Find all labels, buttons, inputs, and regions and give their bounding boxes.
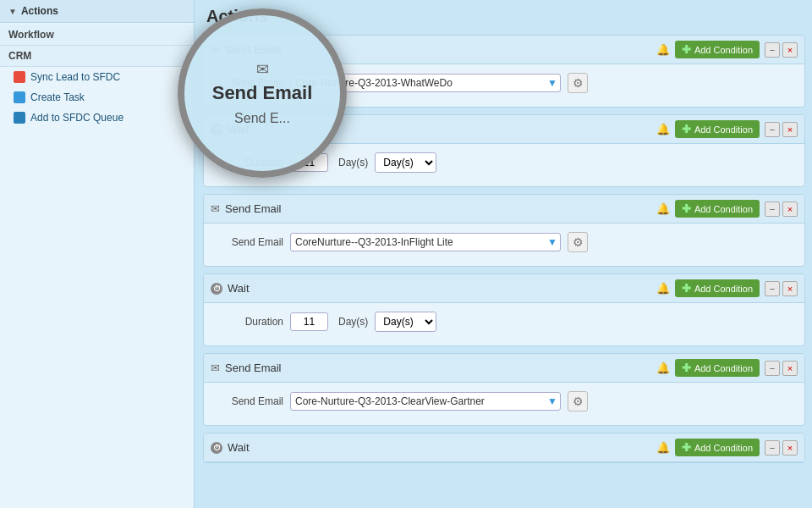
plus-icon-6: ✚ [682, 441, 691, 454]
sidebar-workflow-label: Workflow [8, 29, 54, 41]
wait-icon-6: ⏱ [211, 442, 222, 454]
send-email-label-3: Send Email [216, 236, 283, 248]
sidebar-crm-section: CRM [0, 46, 194, 67]
add-condition-button-4[interactable]: ✚ Add Condition [675, 279, 760, 297]
sidebar-item-add-sfdc-queue[interactable]: Add to SFDC Queue [0, 108, 194, 128]
action-body-3: Send Email CoreNurture--Q3-2013-InFlight… [204, 224, 804, 266]
email-icon-3: ✉ [211, 202, 220, 215]
sidebar-item-label: Create Task [30, 91, 85, 103]
add-condition-button-6[interactable]: ✚ Add Condition [675, 439, 760, 456]
close-button-1[interactable]: × [782, 42, 798, 58]
add-condition-label-1: Add Condition [694, 45, 753, 55]
add-condition-button-1[interactable]: ✚ Add Condition [675, 41, 760, 58]
action-header-5: ✉ Send Email 🔔 ✚ Add Condition − × [204, 354, 804, 383]
action-header-right-5: 🔔 ✚ Add Condition − × [656, 359, 798, 377]
magnifier-title: Send Email [212, 82, 313, 104]
action-header-left-6: ⏱ Wait [211, 441, 250, 454]
block-controls-3: − × [765, 202, 798, 217]
add-condition-label-2: Add Condition [694, 124, 753, 135]
action-header-right-6: 🔔 ✚ Add Condition − × [656, 439, 798, 456]
close-button-2[interactable]: × [782, 122, 798, 137]
action-header-6: ⏱ Wait 🔔 ✚ Add Condition − × [204, 433, 804, 462]
add-condition-button-3[interactable]: ✚ Add Condition [675, 200, 760, 218]
sidebar-workflow-section: Workflow [0, 25, 194, 46]
plus-icon-2: ✚ [682, 123, 691, 135]
block-controls-6: − × [765, 440, 798, 456]
minimize-button-3[interactable]: − [765, 202, 780, 217]
sidebar-item-label: Sync Lead to SFDC [30, 71, 120, 83]
minimize-button-2[interactable]: − [765, 122, 780, 137]
plus-icon-3: ✚ [682, 202, 691, 215]
magnifier-overlay: ✉ Send Email Send E... [178, 8, 347, 178]
action-block-3: ✉ Send Email 🔔 ✚ Add Condition − × Send … [203, 194, 805, 267]
minimize-button-5[interactable]: − [765, 361, 780, 376]
duration-unit-select-2[interactable]: Day(s) Hour(s) [375, 152, 436, 173]
plus-icon-1: ✚ [682, 43, 691, 56]
sidebar-crm-label: CRM [8, 50, 31, 62]
block-controls-1: − × [765, 42, 798, 58]
sidebar-item-create-task[interactable]: Create Task [0, 87, 194, 108]
sidebar-item-sync-lead[interactable]: Sync Lead to SFDC [0, 67, 194, 87]
bell-icon-1: 🔔 [656, 43, 670, 56]
duration-row-4: Duration Day(s) Day(s) Hour(s) [216, 312, 793, 332]
action-header-right-1: 🔔 ✚ Add Condition − × [656, 41, 798, 58]
close-button-6[interactable]: × [782, 440, 798, 456]
block-controls-2: − × [765, 122, 798, 137]
action-header-3: ✉ Send Email 🔔 ✚ Add Condition − × [204, 195, 804, 224]
gear-button-3[interactable]: ⚙ [568, 232, 588, 252]
bell-icon-6: 🔔 [656, 441, 670, 454]
email-select-wrapper-5: Core-Nurture-Q3-2013-ClearView-Gartner ▼ [290, 392, 561, 411]
field-row-3: Send Email CoreNurture--Q3-2013-InFlight… [216, 232, 793, 252]
sync-icon [14, 71, 25, 83]
gear-button-1[interactable]: ⚙ [568, 73, 588, 93]
action-body-4: Duration Day(s) Day(s) Hour(s) [204, 303, 804, 345]
close-button-5[interactable]: × [782, 361, 798, 376]
action-header-right-2: 🔔 ✚ Add Condition − × [656, 120, 798, 138]
bell-icon-2: 🔔 [656, 123, 670, 135]
magnifier-label: Send E... [212, 111, 313, 126]
plus-icon-5: ✚ [682, 362, 691, 374]
block-controls-4: − × [765, 281, 798, 296]
action-header-left-3: ✉ Send Email [211, 202, 281, 215]
duration-input-4[interactable] [290, 312, 328, 331]
email-select-3[interactable]: CoreNurture--Q3-2013-InFlight Lite [290, 233, 561, 251]
plus-icon-4: ✚ [682, 282, 691, 295]
action-block-4: ⏱ Wait 🔔 ✚ Add Condition − × Duration Da… [203, 273, 805, 346]
add-condition-label-4: Add Condition [694, 284, 753, 294]
add-condition-button-5[interactable]: ✚ Add Condition [675, 359, 760, 377]
queue-icon [14, 112, 25, 124]
sidebar-title: ▼ Actions [0, 0, 194, 23]
action-header-left-4: ⏱ Wait [211, 282, 250, 295]
duration-unit-label-4: Day(s) [338, 316, 368, 328]
duration-label-4: Duration [216, 316, 283, 328]
duration-unit-select-4[interactable]: Day(s) Hour(s) [375, 312, 436, 332]
sidebar: ▼ Actions Workflow CRM Sync Lead to SFDC… [0, 0, 195, 508]
add-condition-label-3: Add Condition [694, 204, 753, 214]
gear-button-5[interactable]: ⚙ [568, 391, 588, 411]
sidebar-title-label: Actions [21, 5, 58, 17]
magnifier-email-icon: ✉ [212, 60, 313, 79]
wait-icon-4: ⏱ [211, 283, 222, 295]
add-condition-label-6: Add Condition [694, 443, 753, 453]
action-header-4: ⏱ Wait 🔔 ✚ Add Condition − × [204, 274, 804, 303]
close-button-3[interactable]: × [782, 202, 798, 217]
add-condition-button-2[interactable]: ✚ Add Condition [675, 120, 760, 138]
minimize-button-4[interactable]: − [765, 281, 780, 296]
add-condition-label-5: Add Condition [694, 363, 753, 373]
close-button-4[interactable]: × [782, 281, 798, 296]
minimize-button-1[interactable]: − [765, 42, 780, 58]
magnifier-content: ✉ Send Email Send E... [204, 52, 321, 135]
action-block-5: ✉ Send Email 🔔 ✚ Add Condition − × Send … [203, 353, 805, 426]
action-body-5: Send Email Core-Nurture-Q3-2013-ClearVie… [204, 383, 804, 425]
email-select-5[interactable]: Core-Nurture-Q3-2013-ClearView-Gartner [290, 392, 561, 411]
action-type-label-6: Wait [228, 441, 250, 454]
email-select-wrapper-3: CoreNurture--Q3-2013-InFlight Lite ▼ [290, 233, 561, 251]
minimize-button-6[interactable]: − [765, 440, 780, 456]
send-email-label-5: Send Email [216, 395, 283, 407]
sidebar-arrow-icon: ▼ [8, 7, 17, 16]
field-row-5: Send Email Core-Nurture-Q3-2013-ClearVie… [216, 391, 793, 411]
action-header-left-5: ✉ Send Email [211, 362, 281, 374]
action-header-right-4: 🔔 ✚ Add Condition − × [656, 279, 798, 297]
action-type-label-4: Wait [228, 282, 250, 295]
duration-unit-label-2: Day(s) [338, 157, 368, 168]
